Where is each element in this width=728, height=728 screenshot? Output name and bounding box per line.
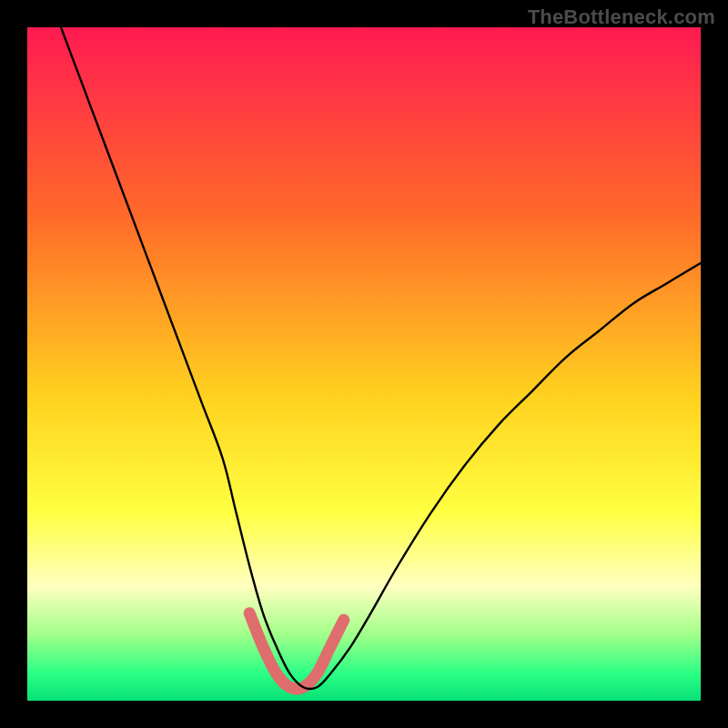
watermark-text: TheBottleneck.com	[528, 5, 715, 29]
plot-background	[27, 27, 701, 701]
bottleneck-chart	[0, 0, 728, 728]
chart-frame: TheBottleneck.com	[0, 0, 728, 728]
